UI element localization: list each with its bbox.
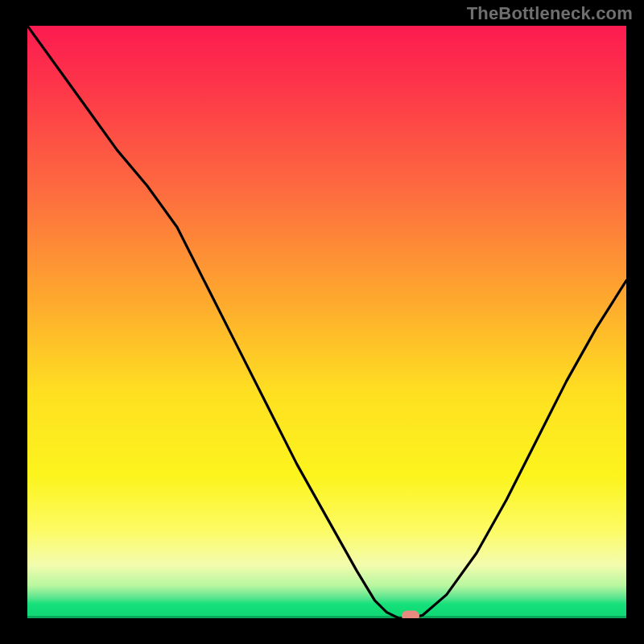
bottleneck-curve <box>27 26 626 618</box>
plot-area <box>27 26 626 618</box>
optimal-marker <box>402 611 419 619</box>
curve-svg <box>27 26 626 618</box>
chart-container: TheBottleneck.com <box>0 0 644 644</box>
watermark-text: TheBottleneck.com <box>467 3 633 24</box>
